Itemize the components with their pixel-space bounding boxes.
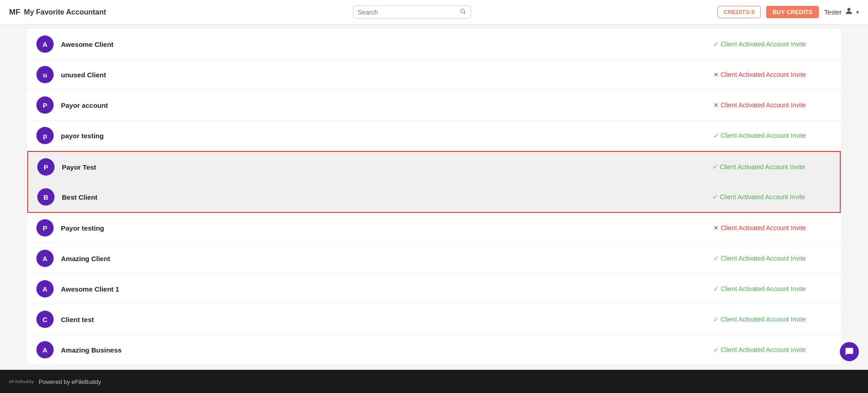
client-avatar: A	[36, 250, 54, 267]
check-icon: ✓	[712, 163, 718, 171]
client-avatar: B	[37, 188, 55, 206]
status-label: Client Activated Account Invite	[721, 71, 806, 78]
client-name: Amazing Business	[61, 346, 713, 354]
client-list-container: AAwesome Client✓Client Activated Account…	[27, 29, 841, 365]
client-row[interactable]: BBest Client✓Client Activated Account In…	[28, 182, 840, 212]
chat-bubble-button[interactable]	[840, 342, 859, 361]
client-avatar: A	[36, 280, 54, 297]
client-row[interactable]: AAwesome Client✓Client Activated Account…	[27, 29, 841, 60]
client-status: ✓Client Activated Account Invite	[713, 255, 832, 262]
app-header: MF My Favorite Accountant CREDITS:5 BUY …	[0, 0, 868, 25]
client-status: ✓Client Activated Account Invite	[713, 40, 832, 48]
check-icon: ✓	[713, 132, 719, 139]
svg-line-1	[464, 13, 465, 14]
client-status: ✓Client Activated Account Invite	[712, 193, 831, 201]
client-avatar: A	[36, 35, 54, 53]
client-name: unused Client	[61, 71, 713, 79]
status-label: Client Activated Account Invite	[721, 285, 806, 292]
client-status: ✓Client Activated Account Invite	[713, 132, 832, 139]
check-icon: ✓	[713, 316, 719, 323]
client-row[interactable]: PPayor Test✓Client Activated Account Inv…	[28, 152, 840, 182]
user-avatar-icon	[844, 6, 853, 18]
efile-buddy-logo: eFileBuddy	[9, 379, 34, 384]
client-status: ✕Client Activated Account Invite	[713, 224, 832, 232]
status-label: Client Activated Account Invite	[720, 193, 805, 201]
client-row[interactable]: CClient test✓Client Activated Account In…	[27, 304, 841, 335]
status-label: Client Activated Account Invite	[721, 224, 806, 232]
client-row[interactable]: AAmazing Business✓Client Activated Accou…	[27, 335, 841, 365]
check-icon: ✓	[713, 346, 719, 353]
app-footer: eFileBuddy Powered by eFileBuddy	[0, 370, 868, 393]
user-menu[interactable]: Tester ▾	[824, 6, 859, 18]
client-status: ✓Client Activated Account Invite	[712, 163, 831, 171]
client-row[interactable]: uunused Client✕Client Activated Account …	[27, 60, 841, 90]
status-label: Client Activated Account Invite	[721, 255, 806, 262]
svg-point-2	[848, 8, 851, 11]
search-icon	[460, 8, 466, 16]
status-label: Client Activated Account Invite	[721, 101, 806, 109]
client-name: Awesome Client 1	[61, 285, 713, 293]
client-name: Amazing Client	[61, 255, 713, 262]
header-right: CREDITS:5 BUY CREDITS Tester ▾	[717, 6, 859, 18]
status-label: Client Activated Account Invite	[721, 40, 806, 48]
client-row[interactable]: PPayor testing✕Client Activated Account …	[27, 213, 841, 243]
check-icon: ✓	[712, 193, 718, 201]
buy-credits-button[interactable]: BUY CREDITS	[766, 6, 819, 18]
status-label: Client Activated Account Invite	[721, 132, 806, 139]
client-avatar: u	[36, 66, 54, 83]
status-label: Client Activated Account Invite	[721, 346, 806, 353]
client-avatar: P	[36, 96, 54, 114]
client-avatar: A	[36, 341, 54, 358]
client-name: Payor testing	[61, 224, 713, 232]
client-status: ✓Client Activated Account Invite	[713, 346, 832, 353]
cross-icon: ✕	[713, 101, 719, 109]
client-name: Awesome Client	[61, 40, 713, 48]
search-bar[interactable]	[353, 5, 471, 19]
client-name: Payor Test	[62, 163, 712, 171]
client-status: ✓Client Activated Account Invite	[713, 285, 832, 292]
client-avatar: P	[36, 219, 54, 237]
client-avatar: P	[37, 158, 55, 176]
client-row[interactable]: AAwesome Client 1✓Client Activated Accou…	[27, 274, 841, 304]
client-name: Best Client	[62, 193, 712, 201]
chevron-down-icon: ▾	[856, 9, 859, 15]
client-status: ✕Client Activated Account Invite	[713, 71, 832, 78]
client-avatar: p	[36, 127, 54, 144]
client-name: Payor account	[61, 101, 713, 109]
status-label: Client Activated Account Invite	[720, 163, 805, 171]
brand-name: My Favorite Accountant	[24, 8, 106, 16]
check-icon: ✓	[713, 255, 719, 262]
client-avatar: C	[36, 311, 54, 328]
client-list: AAwesome Client✓Client Activated Account…	[27, 29, 841, 365]
user-name: Tester	[824, 9, 842, 16]
client-row[interactable]: PPayor account✕Client Activated Account …	[27, 90, 841, 121]
cross-icon: ✕	[713, 224, 719, 232]
client-status: ✓Client Activated Account Invite	[713, 316, 832, 323]
check-icon: ✓	[713, 40, 719, 48]
client-status: ✕Client Activated Account Invite	[713, 101, 832, 109]
status-label: Client Activated Account Invite	[721, 316, 806, 323]
search-input[interactable]	[358, 9, 457, 16]
svg-point-0	[461, 9, 464, 13]
check-icon: ✓	[713, 285, 719, 292]
powered-by-text: Powered by eFileBuddy	[39, 378, 101, 385]
credits-button[interactable]: CREDITS:5	[717, 6, 761, 18]
cross-icon: ✕	[713, 71, 719, 78]
client-name: payor testing	[61, 132, 713, 140]
highlighted-group: PPayor Test✓Client Activated Account Inv…	[27, 151, 841, 213]
client-name: Client test	[61, 316, 713, 323]
brand-initials: MF	[9, 8, 20, 17]
brand-logo: MF My Favorite Accountant	[9, 8, 106, 17]
client-row[interactable]: ppayor testing✓Client Activated Account …	[27, 121, 841, 151]
client-row[interactable]: AAmazing Client✓Client Activated Account…	[27, 243, 841, 274]
